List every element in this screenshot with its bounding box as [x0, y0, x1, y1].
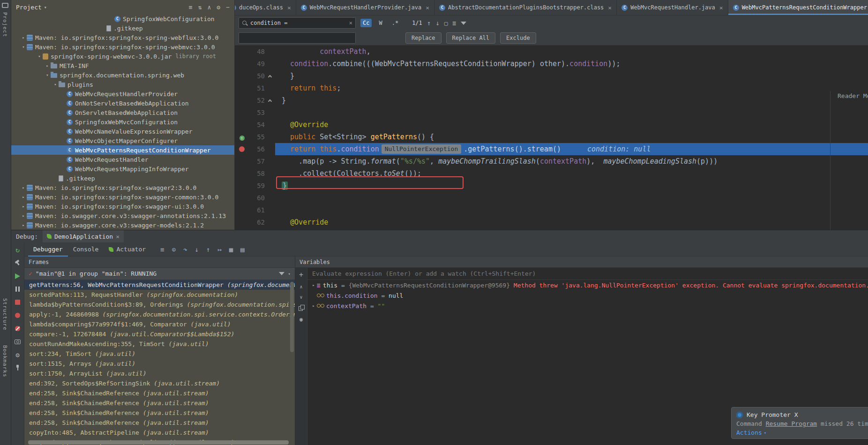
tree-item[interactable]: .gitkeep — [11, 23, 234, 33]
next-occurrence-icon[interactable]: ↓ — [435, 19, 439, 27]
code-text[interactable]: return this; — [275, 82, 868, 94]
thread-dump-icon[interactable] — [14, 338, 21, 345]
code-editor[interactable]: 48 contextPath,49 condition.combine(((We… — [235, 45, 868, 230]
replace-all-button[interactable]: Replace All — [446, 32, 495, 44]
gutter-icon-slot[interactable] — [235, 82, 249, 94]
close-tab-icon[interactable]: × — [287, 4, 291, 11]
tree-item[interactable]: ▾plugins — [11, 80, 234, 89]
gutter-icon-slot[interactable] — [235, 58, 249, 70]
tree-item[interactable]: ▾springfox-spring-webmvc-3.0.0.jarlibrar… — [11, 52, 234, 61]
reader-mode-label[interactable]: Reader Mode — [838, 92, 868, 99]
find-all-icon[interactable]: ≣ — [453, 20, 456, 27]
tree-item[interactable]: ▾springfox.documentation.spring.web — [11, 70, 234, 80]
code-text[interactable] — [275, 106, 868, 119]
select-all-occurrences-icon[interactable]: ▢ — [444, 20, 448, 27]
code-line[interactable]: 57 .map(p -> String.format("%s/%s", mayb… — [235, 155, 868, 167]
add-watch-icon[interactable]: + — [299, 271, 303, 279]
expanded-chevron-icon[interactable]: ▾ — [36, 54, 43, 59]
project-panel-title[interactable]: Project — [16, 4, 42, 11]
expanded-chevron-icon[interactable]: ▾ — [44, 73, 51, 77]
hide-frames-filter-icon[interactable] — [279, 272, 284, 275]
stack-frame-row[interactable]: compare:-1, 172678484 (java.util.Compara… — [24, 329, 295, 339]
pin-tab-icon[interactable] — [14, 364, 21, 371]
tree-item[interactable]: CWebMvcObjectMapperConfigurer — [11, 136, 234, 145]
rerun-icon[interactable]: ↻ — [14, 246, 21, 253]
gutter-icon-slot[interactable] — [235, 204, 249, 216]
stripe-button-bookmarks[interactable]: Bookmarks — [2, 345, 8, 377]
expanded-chevron-icon[interactable]: ▾ — [52, 82, 59, 87]
notification-balloon[interactable]: Key Promoter X Command Resume Program mi… — [731, 407, 868, 439]
collapsed-chevron-icon[interactable]: ▸ — [44, 63, 51, 68]
view-options-icon[interactable]: ≡ — [189, 4, 193, 11]
step-over-icon[interactable]: ↷ — [183, 246, 187, 253]
code-line[interactable]: ↑55 public Set<String> getPatterns() { — [235, 131, 868, 143]
tab-console[interactable]: Console — [68, 242, 104, 256]
close-tab-icon[interactable]: × — [719, 4, 723, 11]
tree-item[interactable]: ▸Maven: io.springfox:springfox-swagger2:… — [11, 183, 234, 192]
code-text[interactable] — [275, 192, 868, 204]
debug-session-tab[interactable]: Demo1Application × — [43, 230, 124, 242]
editor-tab[interactable]: CAbstractDocumentationPluginsBootstrappe… — [434, 0, 617, 15]
chevron-right-icon[interactable]: ▸ — [310, 303, 317, 308]
tree-item[interactable]: ▾Maven: io.springfox:springfox-spring-we… — [11, 42, 234, 52]
code-line[interactable]: 54 @Override — [235, 119, 868, 131]
tree-item[interactable]: ▸Maven: io.springfox:springfox-spring-we… — [11, 33, 234, 42]
gutter-icon-slot[interactable] — [235, 106, 249, 119]
watch-row-contextpath[interactable]: ▸ contextPath = "" — [307, 301, 868, 311]
regex-toggle[interactable]: .* — [389, 19, 401, 27]
watch-row-this-condition[interactable]: this.condition = null — [307, 290, 868, 301]
stack-frame-row[interactable]: countRunAndMakeAscending:355, TimSort (j… — [24, 339, 295, 349]
collapsed-chevron-icon[interactable]: ▸ — [20, 35, 27, 40]
gutter-icon-slot[interactable] — [235, 45, 249, 58]
expanded-chevron-icon[interactable]: ▾ — [20, 45, 27, 49]
close-tab-icon[interactable]: × — [608, 4, 612, 11]
clear-search-icon[interactable]: × — [349, 20, 352, 26]
stack-frame-row[interactable]: end:258, Sink$ChainedReference (java.uti… — [24, 408, 295, 418]
stack-frame-row[interactable]: apply:-1, 246860988 (springfox.documenta… — [24, 309, 295, 319]
evaluate-expression-icon[interactable]: ▦ — [229, 246, 233, 253]
stack-frame-row[interactable]: sort:234, TimSort (java.util) — [24, 349, 295, 359]
code-text[interactable]: condition.combine(((WebMvcPatternsReques… — [275, 58, 868, 70]
editor-tab[interactable]: CduceOps.class× — [235, 0, 296, 15]
gutter-icon-slot[interactable]: ↑ — [235, 131, 249, 143]
code-line[interactable]: 51 return this; — [235, 82, 868, 94]
stack-frame-row[interactable]: sort:1515, Arrays (java.util) — [24, 359, 295, 369]
step-into-icon[interactable]: ↓ — [195, 246, 198, 253]
chevron-up-icon[interactable]: ∧ — [299, 284, 302, 289]
tree-item[interactable]: COnServletBasedWebApplication — [11, 108, 234, 117]
editor-tab[interactable]: CWebMvcPatternsRequestConditionWrapper.j… — [728, 0, 868, 15]
whole-words-toggle[interactable]: W — [376, 19, 384, 27]
stripe-button-structure[interactable]: Structure — [2, 298, 8, 331]
evaluate-expression-input[interactable]: Evaluate expression (Enter) or add a wat… — [307, 268, 868, 280]
build-icon[interactable] — [14, 259, 21, 266]
debug-settings-icon[interactable]: ⚙ — [14, 351, 21, 358]
tree-item[interactable]: ▸Maven: io.swagger.core.v3:swagger-annot… — [11, 211, 234, 220]
stop-icon[interactable] — [14, 299, 21, 306]
collapsed-chevron-icon[interactable]: ▸ — [20, 223, 27, 227]
tree-item[interactable]: CWebMvcRequestMappingInfoWrapper — [11, 164, 234, 173]
previous-occurrence-icon[interactable]: ↑ — [427, 19, 431, 27]
code-text[interactable]: } — [275, 70, 868, 82]
tree-item[interactable]: .gitkeep — [11, 173, 234, 183]
code-text[interactable]: } — [275, 180, 868, 192]
thread-selector[interactable]: ✓ "main"@1 in group "main": RUNNING ▾ — [24, 268, 295, 280]
code-line[interactable]: 48 contextPath, — [235, 45, 868, 58]
gutter-icon-slot[interactable] — [235, 180, 249, 192]
show-watches-icon[interactable]: ◉ — [299, 316, 303, 323]
gutter-icon-slot[interactable] — [235, 143, 249, 155]
gutter-icon-slot[interactable] — [235, 216, 249, 228]
tree-item[interactable]: ▸META-INF — [11, 61, 234, 70]
hide-panel-icon[interactable]: − — [226, 4, 230, 11]
stripe-button-project[interactable]: Project — [2, 12, 8, 37]
code-text[interactable]: } — [275, 94, 868, 106]
gutter-icon-slot[interactable] — [235, 192, 249, 204]
fold-chevron-icon[interactable] — [268, 75, 272, 79]
code-text[interactable]: .collect(Collectors.toSet()); — [275, 167, 868, 180]
resume-program-icon[interactable] — [14, 272, 21, 279]
code-line[interactable]: 60 — [235, 192, 868, 204]
code-text[interactable]: public Set<String> getPatterns() { — [275, 131, 868, 143]
tree-item[interactable]: CWebMvcNameValueExpressionWrapper — [11, 127, 234, 136]
gutter-icon-slot[interactable] — [235, 119, 249, 131]
tree-item[interactable]: ▸Maven: io.springfox:springfox-swagger-u… — [11, 202, 234, 211]
duplicate-watch-icon[interactable] — [299, 305, 304, 311]
